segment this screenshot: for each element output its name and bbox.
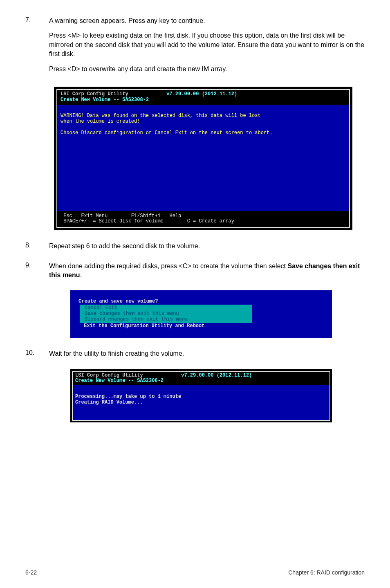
page-footer: 6-22 Chapter 6: RAID configuration <box>0 565 390 576</box>
bios-footer-line: Esc = Exit Menu F1/Shift+1 = Help <box>61 213 181 219</box>
bios-warning-line: WARNING! Data was found on the selected … <box>61 113 261 119</box>
bios-header-title: LSI Corp Config Utility <box>61 91 128 97</box>
step-body: When done adding the required disks, pre… <box>49 262 365 286</box>
step-number: 8. <box>25 242 49 256</box>
step-10: 10. Wait for the utility to finish creat… <box>25 349 365 364</box>
bios-menu-item: Save changes then exit this menu <box>82 311 179 316</box>
bios-body: Processing...may take up to 1 minute Cre… <box>73 385 329 420</box>
bios-footer-line: SPACE/+/- = Select disk for volume C = C… <box>61 218 234 224</box>
bios-header-version: v7.29.00.00 (2012.11.12) <box>143 373 252 378</box>
step-text: When done adding the required disks, pre… <box>49 262 365 280</box>
step-9: 9. When done adding the required disks, … <box>25 262 365 286</box>
bios-processing-screenshot: LSI Corp Config Utility v7.29.00.00 (201… <box>70 369 332 423</box>
bios-header: LSI Corp Config Utility v7.29.00.00 (201… <box>57 90 349 105</box>
step-text: Press <D> to overwrite any data and crea… <box>49 65 365 74</box>
bios-processing-line: Processing...may take up to 1 minute <box>75 394 181 399</box>
bios-warning-screenshot: LSI Corp Config Utility v7.29.00.00 (201… <box>54 87 352 230</box>
bios-warning-line: Choose Discard configuration or Cancel E… <box>61 130 272 136</box>
bios-header-version: v7.29.00.00 (2012.11.12) <box>128 91 237 97</box>
step-text: A warning screen appears. Press any key … <box>49 16 365 25</box>
step-number: 9. <box>25 262 49 286</box>
bios-header: LSI Corp Config Utility v7.29.00.00 (201… <box>73 372 329 386</box>
bios-header-subtitle: Create New Volume -- SAS2308-2 <box>75 378 164 384</box>
bios-menu-box: Cancel Exit Save changes then exit this … <box>80 305 252 323</box>
page-number: 6-22 <box>25 569 37 576</box>
step-text: Wait for the utility to finish creating … <box>49 349 365 358</box>
step-number: 7. <box>25 16 49 79</box>
step-8: 8. Repeat step 6 to add the second disk … <box>25 242 365 256</box>
bios-menu-item: Discard changes then exit this menu <box>82 316 188 322</box>
page-content: 7. A warning screen appears. Press any k… <box>0 0 390 422</box>
bios-menu-item: Exit the Configuration Utility and Reboo… <box>73 323 329 329</box>
bios-warning-line: when the volume is created! <box>61 119 140 124</box>
bios-header-subtitle: Create New Volume -- SAS2308-2 <box>61 97 149 103</box>
bios-border: LSI Corp Config Utility v7.29.00.00 (201… <box>56 89 350 228</box>
bios-menu-title: Create and save new volume? <box>73 298 329 304</box>
bios-save-menu-screenshot: Create and save new volume? Cancel Exit … <box>70 290 332 338</box>
step-body: A warning screen appears. Press any key … <box>49 16 365 79</box>
bios-border: LSI Corp Config Utility v7.29.00.00 (201… <box>72 371 330 421</box>
step-text: Repeat step 6 to add the second disk to … <box>49 242 365 251</box>
bios-processing-line: Creating RAID Volume... <box>75 399 143 405</box>
step-7: 7. A warning screen appears. Press any k… <box>25 16 365 79</box>
step-body: Repeat step 6 to add the second disk to … <box>49 242 365 256</box>
bios-footer: Esc = Exit Menu F1/Shift+1 = Help SPACE/… <box>57 211 349 227</box>
step-text-span: When done adding the required disks, pre… <box>49 263 287 269</box>
bios-menu-item: Cancel Exit <box>82 305 117 311</box>
bios-body: WARNING! Data was found on the selected … <box>57 105 349 211</box>
bios-header-title: LSI Corp Config Utility <box>75 373 143 378</box>
step-body: Wait for the utility to finish creating … <box>49 349 365 364</box>
step-number: 10. <box>25 349 49 364</box>
step-text: Press <M> to keep existing data on the f… <box>49 31 365 58</box>
chapter-title: Chapter 6: RAID configuration <box>288 569 365 576</box>
step-text-span: . <box>80 272 82 278</box>
